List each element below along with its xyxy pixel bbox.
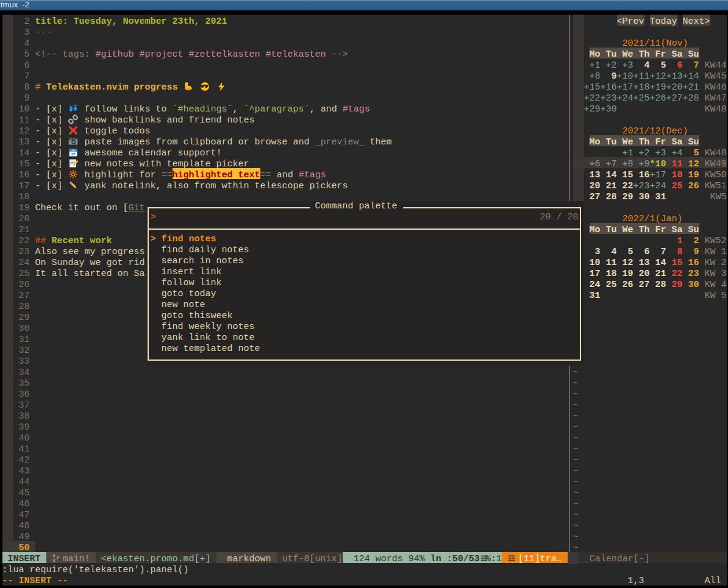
svg-text:17: 17	[71, 152, 75, 156]
